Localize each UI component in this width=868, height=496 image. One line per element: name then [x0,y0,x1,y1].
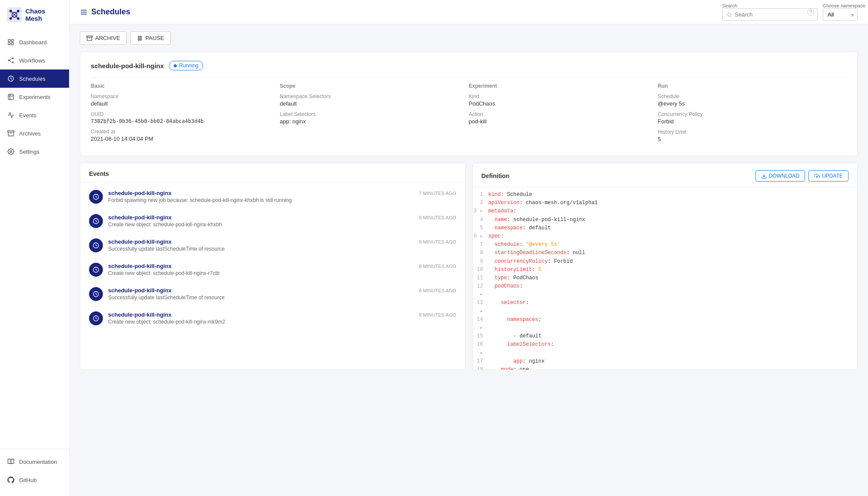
sidebar-item-events[interactable]: Events [0,106,69,124]
info-row-label-selectors: Label Selectors app: nginx [280,111,458,125]
nav: Dashboard Workflows Schedules Experiment… [0,33,69,161]
event-content: schedule-pod-kill-nginx Create new objec… [108,263,414,276]
sidebar-item-label: Workflows [19,57,45,64]
main-area: Schedules Search ? Choose namespace All [69,0,868,496]
svg-rect-10 [8,40,10,42]
github-icon [7,476,15,484]
code-line: 8 startingDeadlineSeconds: null [473,249,858,257]
definition-panel: Definition DOWNLOAD UPDATE [472,163,858,370]
event-name: schedule-pod-kill-nginx [108,214,414,221]
search-input-wrap[interactable]: ? [722,8,818,21]
run-title: Run [658,83,836,89]
bottom-panels: Events schedule-pod-kill-nginx Forbid sp… [80,163,858,370]
sidebar-item-schedules[interactable]: Schedules [0,69,69,88]
code-line: 11 type: PodChaos [473,274,858,282]
sidebar-item-label: GitHub [19,477,36,483]
svg-rect-12 [8,43,10,45]
sidebar-item-settings[interactable]: Settings [0,142,69,161]
definition-title: Definition [482,172,510,179]
list-item: schedule-pod-kill-nginx Forbid spawning … [89,190,456,204]
schedule-icon [7,75,15,83]
basic-title: Basic [91,83,269,89]
event-content: schedule-pod-kill-nginx Create new objec… [108,214,414,228]
event-time: 8 MINUTES AGO [419,287,456,293]
nav-divider [0,449,69,449]
namespace-label: Choose namespace [823,3,865,8]
logo-area: Chaos Mesh [0,7,69,33]
code-line: 17 app: nginx [473,357,858,366]
events-title: Events [80,163,465,183]
event-time: 8 MINUTES AGO [419,214,456,220]
code-line: 5 namespace: default [473,224,858,232]
code-line: 10 historyLimit: 5 [473,266,858,274]
code-line: 7 schedule: '@every 5s' [473,241,858,249]
event-content: schedule-pod-kill-nginx Successfully upd… [108,287,414,301]
sidebar-item-archives[interactable]: Archives [0,124,69,142]
svg-rect-13 [11,43,13,45]
event-icon [89,190,103,204]
sidebar-item-label: Dashboard [19,39,47,46]
svg-rect-33 [140,36,141,40]
event-desc: Create new object: schedule-pod-kill-ngi… [108,222,414,228]
sidebar-item-experiments[interactable]: Experiments [0,88,69,106]
page-title: Schedules [91,7,130,17]
sidebar-item-workflows[interactable]: Workflows [0,51,69,69]
basic-section: Basic Namespace default UUID 7382bf2b-0b… [91,83,280,147]
grid-icon [7,38,15,46]
definition-actions: DOWNLOAD UPDATE [756,170,848,182]
event-name: schedule-pod-kill-nginx [108,238,414,245]
sidebar-item-dashboard[interactable]: Dashboard [0,33,69,51]
app-name: Chaos Mesh [25,7,62,22]
code-line: 9 concurrencyPolicy: Forbid [473,258,858,266]
info-row-namespace: Namespace default [91,93,269,107]
code-line: 14 ▸ namespaces: [473,316,858,332]
event-time: 8 MINUTES AGO [419,263,456,269]
experiment-title: Experiment [469,83,647,89]
svg-rect-22 [8,131,14,132]
list-item: schedule-pod-kill-nginx Successfully upd… [89,287,456,301]
action-bar: ARCHIVE PAUSE [80,31,858,45]
code-line: 3 ▸metadata: [473,207,858,215]
menu-icon [80,8,88,16]
sidebar-item-documentation[interactable]: Documentation [0,453,69,471]
svg-point-16 [12,62,13,63]
pause-button[interactable]: PAUSE [130,31,171,45]
search-input[interactable] [735,11,804,18]
code-line: 6 ▸spec: [473,232,858,241]
info-row-ns-selectors: Namespace Selectors default [280,93,458,107]
schedule-name: schedule-pod-kill-nginx [91,62,164,69]
pause-icon [137,35,143,41]
content: ARCHIVE PAUSE schedule-pod-kill-nginx Ru… [69,24,868,496]
sidebar-item-label: Documentation [19,459,57,465]
search-label: Search [722,3,737,8]
download-button[interactable]: DOWNLOAD [756,170,805,182]
nav-bottom: Documentation GitHub [0,445,69,496]
event-content: schedule-pod-kill-nginx Successfully upd… [108,238,414,252]
archives-icon [7,129,15,137]
schedule-header: schedule-pod-kill-nginx Running [91,61,847,70]
event-time: 8 MINUTES AGO [419,311,456,317]
logo-icon [7,7,22,23]
list-item: schedule-pod-kill-nginx Create new objec… [89,311,456,325]
svg-rect-30 [87,36,92,37]
update-button[interactable]: UPDATE [809,170,848,182]
run-section: Run Schedule @every 5s Concurrency Polic… [658,83,847,147]
archive-icon [86,35,92,41]
archive-button[interactable]: ARCHIVE [80,31,127,45]
events-icon [7,111,15,119]
info-row-schedule: Schedule @every 5s [658,93,836,107]
svg-line-17 [10,59,11,60]
sidebar-item-github[interactable]: GitHub [0,471,69,489]
event-icon [89,263,103,277]
event-content: schedule-pod-kill-nginx Forbid spawning … [108,190,414,203]
sidebar-item-label: Archives [19,130,41,137]
svg-rect-11 [11,40,13,42]
namespace-dropdown[interactable]: All [823,8,858,21]
code-line: 18 mode: one [473,366,858,370]
status-dot [174,64,177,67]
code-line: 15 - default [473,332,858,341]
code-line: 16 ▸ labelSelectors: [473,341,858,357]
search-help-icon[interactable]: ? [807,9,814,16]
event-name: schedule-pod-kill-nginx [108,311,414,318]
code-line: 13 ▸ selector: [473,299,858,315]
